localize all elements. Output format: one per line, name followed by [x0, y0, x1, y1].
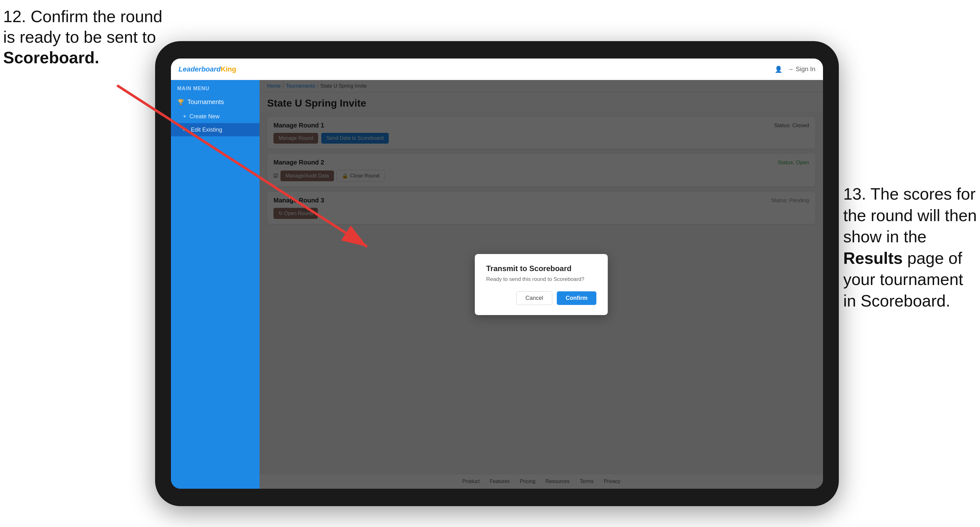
sign-in-button[interactable]: → Sign In — [788, 65, 815, 73]
content-area: Home / Tournaments / State U Spring Invi… — [259, 80, 823, 489]
top-nav: LeaderboardKing 👤 → Sign In — [171, 59, 823, 80]
sidebar-item-edit-existing[interactable]: ✏ Edit Existing — [171, 123, 259, 137]
main-content: MAIN MENU 🏆 Tournaments + Create New ✏ E… — [171, 80, 823, 489]
modal-overlay: Transmit to Scoreboard Ready to send thi… — [259, 80, 823, 489]
annotation-right-bold: Results — [843, 249, 903, 267]
create-new-label: Create New — [189, 113, 220, 120]
modal-confirm-button[interactable]: Confirm — [557, 291, 597, 305]
sidebar: MAIN MENU 🏆 Tournaments + Create New ✏ E… — [171, 80, 259, 489]
sidebar-menu-label: MAIN MENU — [171, 80, 259, 94]
plus-icon: + — [183, 113, 186, 120]
edit-icon: ✏ — [183, 126, 188, 133]
sidebar-item-create-new[interactable]: + Create New — [171, 110, 259, 123]
sidebar-item-tournaments[interactable]: 🏆 Tournaments — [171, 94, 259, 110]
modal-subtitle: Ready to send this round to Scoreboard? — [486, 276, 597, 283]
sidebar-tournaments-label: Tournaments — [188, 98, 224, 106]
logo-area: LeaderboardKing — [178, 65, 236, 73]
annotation-right: 13. The scores forthe round will thensho… — [843, 184, 977, 312]
annotation-right-step: 13. The scores forthe round will thensho… — [843, 185, 977, 310]
modal-cancel-button[interactable]: Cancel — [516, 291, 552, 305]
edit-existing-label: Edit Existing — [191, 127, 222, 133]
step-number: 12. — [3, 7, 26, 25]
modal-actions: Cancel Confirm — [486, 291, 597, 305]
annotation-top: 12. Confirm the round is ready to be sen… — [3, 6, 162, 68]
user-icon: 👤 — [775, 65, 783, 73]
app-logo: LeaderboardKing — [178, 65, 236, 73]
annotation-line1: Confirm the round — [31, 7, 162, 25]
annotation-line2: is ready to be sent to — [3, 28, 156, 46]
nav-right: 👤 → Sign In — [775, 65, 815, 73]
annotation-bold: Scoreboard. — [3, 48, 99, 67]
trophy-icon: 🏆 — [177, 99, 184, 106]
modal-title: Transmit to Scoreboard — [486, 264, 597, 273]
transmit-modal: Transmit to Scoreboard Ready to send thi… — [475, 254, 608, 315]
tablet-frame: LeaderboardKing 👤 → Sign In MAIN MENU 🏆 … — [155, 41, 839, 506]
tablet-screen: LeaderboardKing 👤 → Sign In MAIN MENU 🏆 … — [171, 59, 823, 489]
